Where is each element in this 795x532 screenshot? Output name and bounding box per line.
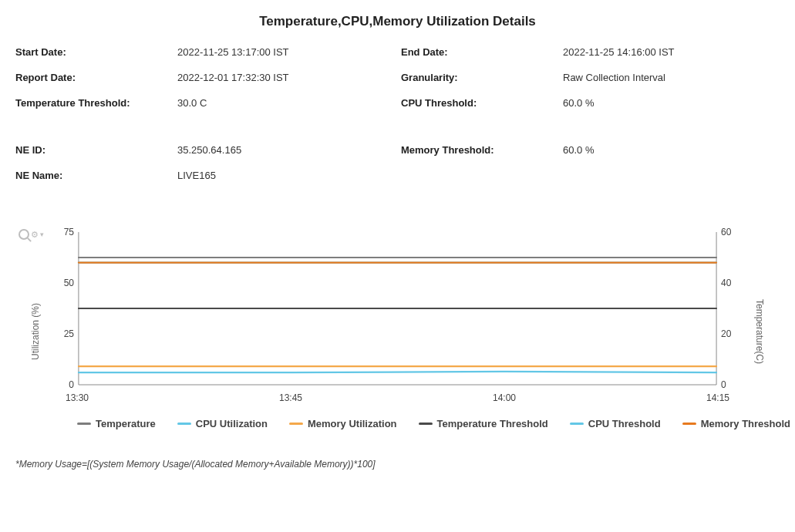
- chart-tools-button[interactable]: ⚙ ▾: [19, 229, 44, 240]
- legend-text: CPU Utilization: [196, 418, 268, 429]
- chart-container: ⚙ ▾ Utilization (%) Temperature(C) 02550…: [15, 227, 780, 436]
- y-left-tick: 75: [64, 227, 74, 237]
- end-date-label: End Date:: [401, 46, 555, 58]
- legend-item-cpu-threshold[interactable]: CPU Threshold: [570, 418, 661, 429]
- legend-item-temperature[interactable]: Temperature: [77, 418, 156, 429]
- legend-swatch: [419, 423, 433, 425]
- legend-item-memory-utilization[interactable]: Memory Utilization: [289, 418, 397, 429]
- granularity-value: Raw Collection Interval: [563, 72, 763, 83]
- footnote: *Memory Usage=[(System Memory Usage/(All…: [15, 459, 780, 470]
- legend-swatch: [289, 423, 303, 425]
- legend-swatch: [77, 423, 91, 425]
- legend-text: CPU Threshold: [588, 418, 661, 429]
- legend-swatch: [682, 423, 696, 425]
- legend-item-temperature-threshold[interactable]: Temperature Threshold: [419, 418, 548, 429]
- ne-id-value: 35.250.64.165: [177, 144, 393, 156]
- cpu-threshold-label: CPU Threshold:: [401, 97, 555, 109]
- start-date-label: Start Date:: [15, 46, 170, 58]
- ne-name-value: LIVE165: [177, 170, 393, 181]
- report-date-value: 2022-12-01 17:32:30 IST: [177, 72, 393, 83]
- legend-swatch: [177, 423, 191, 425]
- y-right-tick: 0: [721, 379, 726, 390]
- zoom-icon: [19, 229, 29, 240]
- x-tick: 13:30: [66, 392, 89, 403]
- legend-text: Temperature: [96, 418, 156, 429]
- y-left-tick: 25: [64, 328, 74, 339]
- x-tick: 14:15: [706, 392, 729, 403]
- y-right-tick: 40: [721, 278, 731, 288]
- y-right-axis-label: Temperature(C): [754, 299, 765, 364]
- metadata-grid: Start Date: 2022-11-25 13:17:00 IST End …: [15, 46, 780, 181]
- x-tick: 13:45: [279, 392, 302, 403]
- end-date-value: 2022-11-25 14:16:00 IST: [563, 46, 763, 58]
- start-date-value: 2022-11-25 13:17:00 IST: [177, 46, 393, 58]
- chart-legend: Temperature CPU Utilization Memory Utili…: [77, 418, 733, 429]
- y-left-tick: 50: [64, 278, 74, 288]
- legend-item-cpu-utilization[interactable]: CPU Utilization: [177, 418, 268, 429]
- legend-text: Memory Utilization: [308, 418, 397, 429]
- legend-item-memory-threshold[interactable]: Memory Threshold: [682, 418, 790, 429]
- legend-swatch: [570, 423, 584, 425]
- mem-threshold-value: 60.0 %: [563, 144, 763, 156]
- chart-plot[interactable]: [77, 227, 718, 389]
- y-left-axis-label: Utilization (%): [30, 303, 41, 360]
- granularity-label: Granularity:: [401, 72, 555, 83]
- page-title: Temperature,CPU,Memory Utilization Detai…: [15, 14, 780, 29]
- chart-svg: [77, 227, 718, 389]
- temp-threshold-label: Temperature Threshold:: [15, 97, 170, 109]
- mem-threshold-label: Memory Threshold:: [401, 144, 555, 156]
- legend-text: Temperature Threshold: [437, 418, 548, 429]
- x-tick: 14:00: [493, 392, 516, 403]
- gear-icon: ⚙: [31, 230, 39, 240]
- ne-name-label: NE Name:: [15, 170, 170, 181]
- ne-id-label: NE ID:: [15, 144, 170, 156]
- legend-text: Memory Threshold: [701, 418, 790, 429]
- report-date-label: Report Date:: [15, 72, 170, 83]
- y-left-tick: 0: [69, 379, 74, 390]
- chevron-down-icon: ▾: [40, 231, 44, 238]
- temp-threshold-value: 30.0 C: [177, 97, 393, 109]
- cpu-threshold-value: 60.0 %: [563, 97, 763, 109]
- y-right-tick: 60: [721, 227, 731, 237]
- y-right-tick: 20: [721, 328, 731, 339]
